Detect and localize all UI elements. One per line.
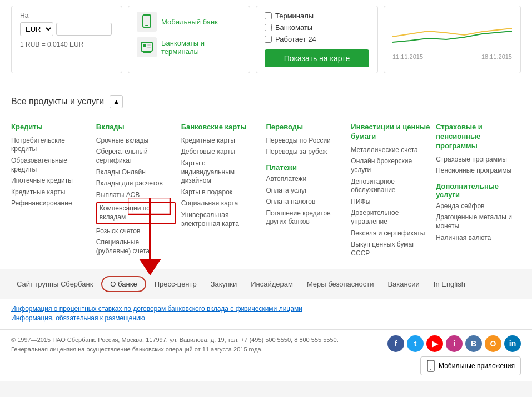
footer-nav-press[interactable]: Пресс-центр: [149, 277, 202, 292]
info-link-1[interactable]: Информация о процентных ставках по догов…: [11, 305, 521, 313]
svg-rect-2: [141, 42, 152, 51]
works24-label: Работает 24: [275, 35, 316, 43]
credits-link-0[interactable]: Потребительские кредиты: [11, 137, 91, 154]
additional-title: Дополнительные услуги: [436, 182, 515, 199]
collapse-products-button[interactable]: ▲: [110, 95, 123, 108]
youtube-icon[interactable]: ▶: [426, 335, 443, 352]
terminals-checkbox[interactable]: [265, 12, 272, 19]
twitter-icon[interactable]: t: [407, 335, 424, 352]
linkedin-icon[interactable]: in: [504, 335, 521, 352]
additional-link-2[interactable]: Наличная валюта: [436, 234, 515, 243]
ok-icon[interactable]: О: [485, 335, 501, 352]
terminals-label: Терминалы: [275, 12, 314, 20]
investments-link-3[interactable]: ПИФы: [351, 198, 430, 207]
footer-nav-procurement[interactable]: Закупки: [205, 277, 242, 292]
atm-terminals-label[interactable]: Банкоматы и терминалы: [161, 39, 241, 56]
bank-cards-link-3[interactable]: Карты в подарок: [181, 188, 261, 197]
insurance-link-1[interactable]: Пенсионные программы: [436, 167, 515, 175]
transfers-link-1[interactable]: Переводы за рубеж: [266, 148, 345, 157]
atm-checkbox-row: Банкоматы: [265, 23, 369, 32]
products-grid: Кредиты Потребительские кредиты Образова…: [11, 123, 521, 260]
credits-link-3[interactable]: Кредитные карты: [11, 188, 91, 197]
svg-rect-3: [143, 44, 146, 47]
credits-link-1[interactable]: Образовательные кредиты: [11, 157, 91, 174]
footer-bottom: © 1997—2015 ПАО Сбербанк. Россия, Москва…: [0, 329, 532, 381]
insurance-link-0[interactable]: Страховые программы: [436, 155, 515, 164]
map-widget: Терминалы Банкоматы Работает 24 Показать…: [256, 6, 378, 73]
vk-icon[interactable]: В: [465, 335, 482, 352]
deposits-link-6[interactable]: Розыск счетов: [96, 227, 176, 236]
credits-link-2[interactable]: Ипотечные кредиты: [11, 177, 91, 185]
atm-terminals-item: Банкоматы и терминалы: [137, 37, 241, 57]
deposits-link-2[interactable]: Вклады Онлайн: [96, 168, 176, 177]
products-section: Все продукты и услуги ▲ Кредиты Потребит…: [0, 87, 532, 269]
products-title: Все продукты и услуги: [11, 97, 104, 107]
investments-link-6[interactable]: Выкуп ценных бумаг СССР: [351, 240, 430, 258]
footer-nav-english[interactable]: In English: [428, 277, 471, 292]
footer-nav-sberbank-group[interactable]: Сайт группы Сбербанк: [11, 277, 98, 292]
bank-cards-link-4[interactable]: Социальная карта: [181, 199, 261, 208]
svg-rect-4: [147, 44, 151, 46]
mobile-bank-label[interactable]: Мобильный банк: [161, 18, 218, 26]
investments-link-1[interactable]: Онлайн брокерские услуги: [351, 157, 430, 174]
top-section: На EUR USD GBP 1 RUB = 0.0140 EUR: [0, 0, 532, 82]
investments-link-2[interactable]: Депозитарное обслуживание: [351, 178, 430, 195]
chart-widget: 11.11.2015 18.11.2015: [384, 6, 521, 73]
bank-cards-link-1[interactable]: Дебетовые карты: [181, 148, 261, 157]
footer-right: f t ▶ i В О in Мобильные приложения: [387, 335, 521, 375]
bank-services-widget: Мобильный банк Банкоматы и терминалы: [128, 6, 250, 73]
transfers-column: Переводы Переводы по России Переводы за …: [266, 123, 351, 260]
deposits-link-1[interactable]: Сберегательный сертификат: [96, 148, 176, 165]
mobile-apps-label: Мобильные приложения: [439, 362, 515, 370]
bank-cards-column: Банковские карты Кредитные карты Дебетов…: [181, 123, 266, 260]
investments-link-0[interactable]: Металлические счета: [351, 146, 430, 155]
credits-link-4[interactable]: Рефинансирование: [11, 199, 91, 208]
deposits-title: Вклады: [96, 123, 176, 132]
instagram-icon[interactable]: i: [446, 335, 463, 352]
investments-column: Инвестиции и ценные бумаги Металлические…: [351, 123, 436, 260]
payments-link-2[interactable]: Оплата налогов: [266, 198, 345, 207]
products-header: Все продукты и услуги ▲: [11, 95, 521, 114]
deposits-link-5[interactable]: Компенсации по вкладам: [96, 202, 176, 224]
footer-nav-security[interactable]: Меры безопасности: [301, 277, 380, 292]
mobile-apps-button[interactable]: Мобильные приложения: [420, 356, 521, 375]
mobile-bank-icon: [137, 12, 157, 32]
deposits-link-3[interactable]: Вклады для расчетов: [96, 179, 176, 188]
bank-cards-link-5[interactable]: Универсальная электронная карта: [181, 211, 261, 228]
payments-link-0[interactable]: Автоплатежи: [266, 175, 345, 184]
additional-link-1[interactable]: Драгоценные металлы и монеты: [436, 213, 515, 230]
currency-input[interactable]: [56, 23, 112, 36]
atm-label: Банкоматы: [275, 23, 312, 32]
footer-nav-vacancies[interactable]: Вакансии: [382, 277, 425, 292]
svg-rect-6: [143, 52, 151, 53]
payments-link-3[interactable]: Погашение кредитов других банков: [266, 209, 345, 227]
footer-nav-insiders[interactable]: Инсайдерам: [245, 277, 299, 292]
investments-link-5[interactable]: Векселя и сертификаты: [351, 229, 430, 238]
additional-link-0[interactable]: Аренда сейфов: [436, 202, 515, 211]
bank-cards-link-0[interactable]: Кредитные карты: [181, 137, 261, 145]
atm-checkbox[interactable]: [265, 24, 272, 31]
works24-checkbox[interactable]: [265, 36, 272, 43]
show-map-button[interactable]: Показать на карте: [265, 49, 369, 67]
credits-column: Кредиты Потребительские кредиты Образова…: [11, 123, 96, 260]
payments-title: Платежи: [266, 163, 345, 172]
insurance-column: Страховые и пенсионные программы Страхов…: [436, 123, 521, 260]
deposits-column: Вклады Срочные вклады Сберегательный сер…: [96, 123, 181, 260]
transfers-link-0[interactable]: Переводы по России: [266, 137, 345, 145]
currency-select[interactable]: EUR USD GBP: [20, 22, 53, 36]
investments-link-4[interactable]: Доверительное управление: [351, 209, 430, 226]
footer-nav-about[interactable]: О банке: [101, 276, 146, 292]
deposits-link-7[interactable]: Специальные (рублевые) счета: [96, 238, 176, 255]
deposits-link-0[interactable]: Срочные вклады: [96, 137, 176, 145]
mobile-bank-item: Мобильный банк: [137, 12, 241, 32]
facebook-icon[interactable]: f: [387, 335, 404, 352]
transfers-title: Переводы: [266, 123, 345, 132]
rate-chart: [392, 12, 512, 51]
bank-cards-link-2[interactable]: Карты с индивидуальным дизайном: [181, 159, 261, 185]
chart-dates: 11.11.2015 18.11.2015: [392, 53, 512, 60]
footer-nav: Сайт группы Сбербанк О банке Пресс-центр…: [0, 269, 532, 299]
info-link-2[interactable]: Информация, обязательная к размещению: [11, 314, 521, 322]
social-icons: f t ▶ i В О in: [387, 335, 521, 352]
payments-link-1[interactable]: Оплата услуг: [266, 187, 345, 195]
deposits-link-4[interactable]: Выплаты АСВ: [96, 191, 176, 200]
